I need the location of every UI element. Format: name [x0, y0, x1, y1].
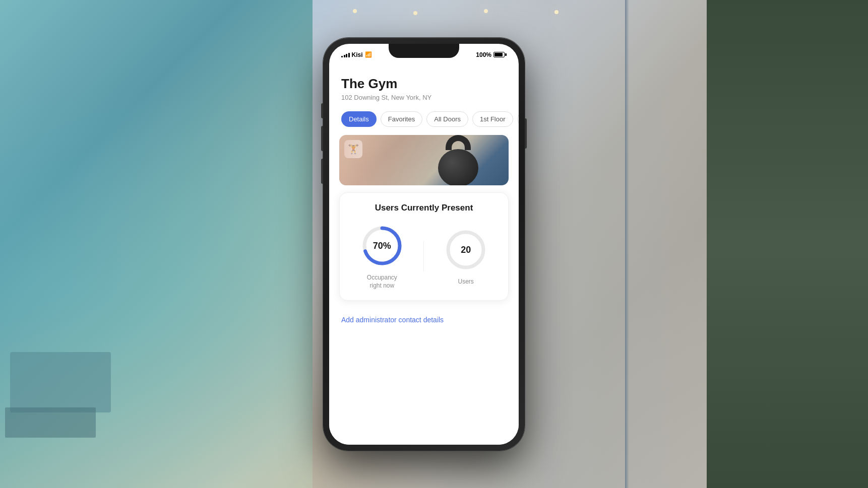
corridor-wall — [625, 0, 629, 488]
furniture-2 — [5, 407, 96, 438]
signal-bar-1 — [341, 56, 343, 57]
furniture-1 — [10, 352, 111, 412]
ceiling-light-3 — [484, 9, 488, 13]
tab-details[interactable]: Details — [341, 111, 377, 127]
stats-title: Users Currently Present — [350, 203, 498, 213]
ceiling-light-4 — [554, 10, 559, 14]
tab-favorites[interactable]: Favorites — [381, 111, 422, 127]
gym-banner: 🏋️ — [339, 135, 509, 185]
volume-up-button — [321, 126, 323, 151]
kettlebell-image — [428, 135, 488, 185]
wifi-icon: 📶 — [365, 51, 372, 58]
tab-1st-floor[interactable]: 1st Floor — [472, 111, 513, 127]
filter-tabs: Details Favorites All Doors 1st Floor 2n… — [329, 107, 519, 135]
battery-fill — [494, 53, 503, 56]
signal-bars-icon — [341, 52, 350, 57]
occupancy-circle: 70% — [359, 223, 405, 268]
battery-icon — [493, 52, 507, 57]
app-content: The Gym 102 Downing St, New York, NY Det… — [329, 66, 519, 445]
signal-bar-4 — [348, 53, 350, 57]
users-value: 20 — [461, 244, 471, 255]
notch — [389, 44, 459, 58]
tab-2nd-floor[interactable]: 2nd… — [517, 111, 519, 127]
stats-row: 70% Occupancyright now 20 — [350, 223, 498, 291]
occupancy-label: Occupancyright now — [367, 273, 397, 291]
tab-all-doors[interactable]: All Doors — [426, 111, 468, 127]
battery-tip — [505, 53, 507, 56]
ceiling-light-2 — [413, 11, 417, 15]
battery-body — [493, 52, 505, 57]
bg-right-panel — [707, 0, 868, 488]
venue-address: 102 Downing St, New York, NY — [341, 94, 507, 101]
users-circle: 20 — [443, 227, 488, 272]
occupancy-value: 70% — [373, 240, 391, 251]
status-left: Kisi 📶 — [341, 51, 372, 58]
venue-title: The Gym — [341, 76, 507, 92]
silent-switch — [321, 103, 323, 118]
phone-body: Kisi 📶 100% The Gym — [323, 38, 525, 451]
signal-bar-2 — [344, 55, 345, 57]
volume-down-button — [321, 159, 323, 184]
power-button — [525, 118, 527, 149]
admin-link[interactable]: Add administrator contact details — [329, 308, 519, 332]
kettlebell-handle — [446, 135, 471, 150]
users-stat: 20 Users — [443, 227, 488, 286]
banner-gradient — [339, 135, 432, 185]
stats-divider — [423, 241, 424, 271]
users-label: Users — [458, 277, 473, 286]
status-right: 100% — [476, 51, 507, 58]
battery-percent-label: 100% — [476, 51, 491, 58]
carrier-label: Kisi — [352, 51, 363, 58]
venue-header: The Gym 102 Downing St, New York, NY — [329, 66, 519, 107]
occupancy-stat: 70% Occupancyright now — [359, 223, 405, 291]
ceiling-light-1 — [353, 9, 357, 13]
signal-bar-3 — [346, 54, 347, 57]
stats-card: Users Currently Present 70% O — [339, 192, 509, 301]
kettlebell-ball — [438, 149, 478, 185]
phone-screen: Kisi 📶 100% The Gym — [329, 44, 519, 445]
phone-device: Kisi 📶 100% The Gym — [323, 38, 525, 451]
